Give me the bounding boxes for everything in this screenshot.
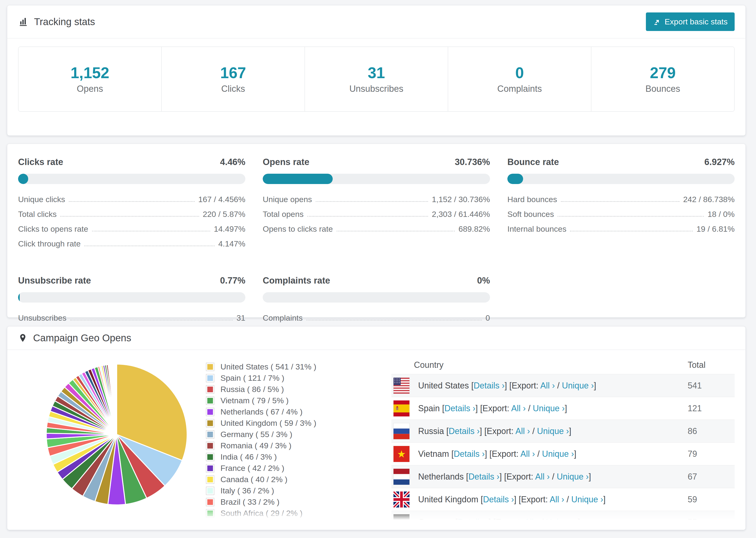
- rate-row-label: Internal bounces: [507, 224, 566, 234]
- rate-row-value: 19 / 6.81%: [696, 224, 735, 234]
- country-column-header: Country: [391, 360, 688, 370]
- table-row: United Kingdom [Details ›] [Export: All …: [391, 488, 735, 511]
- country-flag-ru: [393, 423, 410, 439]
- legend-label: United Kingdom ( 59 / 3% ): [220, 418, 316, 428]
- legend-label: Italy ( 36 / 2% ): [220, 486, 274, 495]
- dotted-leader: [561, 201, 679, 202]
- stat-value: 279: [650, 64, 676, 81]
- export-unique-link[interactable]: Unique ›: [533, 404, 565, 413]
- legend-swatch: [206, 363, 214, 371]
- country-flag-nl: [393, 468, 410, 485]
- rate-panel: Complaints rate0%Complaints0: [263, 276, 490, 328]
- stat-value: 31: [368, 64, 385, 81]
- rate-rows: Complaints0: [263, 313, 490, 323]
- legend-item: India ( 46 / 3% ): [206, 452, 365, 461]
- export-all-link[interactable]: All ›: [550, 495, 564, 504]
- legend-label: Brazil ( 33 / 2% ): [220, 497, 279, 507]
- export-unique-link[interactable]: Unique ›: [542, 449, 574, 459]
- export-basic-stats-button[interactable]: Export basic stats: [646, 13, 735, 31]
- legend-swatch: [206, 374, 214, 382]
- legend-swatch: [206, 509, 214, 517]
- rate-rows: Unique clicks167 / 4.456%Total clicks220…: [18, 195, 245, 248]
- rate-title: Unsubscribe rate: [18, 276, 91, 286]
- export-all-link[interactable]: All ›: [540, 381, 555, 390]
- rate-row: Internal bounces19 / 6.81%: [507, 224, 735, 234]
- geo-content: United States ( 541 / 31% )Spain ( 121 /…: [7, 350, 745, 530]
- stat-box: 1,152Opens: [19, 47, 162, 111]
- export-all-link[interactable]: All ›: [524, 517, 539, 527]
- campaign-geo-opens-card: Campaign Geo Opens United States ( 541 /…: [7, 326, 746, 530]
- export-unique-link[interactable]: Unique ›: [562, 381, 594, 390]
- details-link[interactable]: Details ›: [483, 495, 514, 504]
- export-all-link[interactable]: All ›: [515, 426, 530, 436]
- export-unique-link[interactable]: Unique ›: [546, 517, 578, 527]
- country-flag-de: [393, 514, 410, 530]
- dotted-leader: [84, 245, 214, 246]
- rate-row: Soft bounces18 / 0%: [507, 210, 735, 219]
- table-row: United States [Details ›] [Export: All ›…: [391, 374, 735, 397]
- rate-progress-fill: [507, 174, 523, 184]
- export-unique-link[interactable]: Unique ›: [571, 495, 603, 504]
- rate-progress-track: [507, 174, 735, 184]
- table-row: Netherlands [Details ›] [Export: All › /…: [391, 465, 735, 488]
- rate-row-label: Unique opens: [263, 195, 312, 204]
- rate-row-value: 0: [486, 313, 490, 323]
- details-link[interactable]: Details ›: [458, 517, 489, 527]
- dotted-leader: [570, 231, 693, 232]
- bar-chart-icon: [18, 17, 28, 27]
- table-row: Spain [Details ›] [Export: All › / Uniqu…: [391, 397, 735, 419]
- details-link[interactable]: Details ›: [454, 449, 485, 459]
- geo-title-text: Campaign Geo Opens: [33, 332, 131, 344]
- export-all-link[interactable]: All ›: [535, 472, 550, 481]
- rate-panel: Bounce rate6.927%Hard bounces242 / 86.73…: [507, 157, 735, 254]
- legend-item: Italy ( 36 / 2% ): [206, 486, 365, 495]
- rate-row-value: 18 / 0%: [708, 210, 735, 219]
- rate-row-label: Total clicks: [18, 210, 57, 219]
- country-links-text: United Kingdom [Details ›] [Export: All …: [418, 495, 606, 505]
- country-links-text: Russia [Details ›] [Export: All › / Uniq…: [418, 426, 571, 436]
- details-link[interactable]: Details ›: [445, 404, 475, 413]
- total-cell: 121: [688, 404, 735, 413]
- rate-row-label: Clicks to opens rate: [18, 224, 88, 234]
- tracking-stats-card: Tracking stats Export basic stats 1,152O…: [7, 5, 746, 136]
- summary-stats-row: 1,152Opens167Clicks31Unsubscribes0Compla…: [18, 46, 735, 112]
- rate-title: Complaints rate: [263, 276, 330, 286]
- export-unique-link[interactable]: Unique ›: [557, 472, 589, 481]
- rate-progress-track: [263, 292, 490, 302]
- rate-row-label: Complaints: [263, 313, 303, 323]
- legend-swatch: [206, 442, 214, 450]
- details-link[interactable]: Details ›: [449, 426, 480, 436]
- total-cell: 541: [688, 381, 735, 391]
- rate-row-value: 31: [237, 313, 245, 323]
- legend-item: Vietnam ( 79 / 5% ): [206, 396, 365, 405]
- legend-label: Vietnam ( 79 / 5% ): [220, 396, 289, 405]
- export-icon: [653, 18, 661, 26]
- country-cell: Russia [Details ›] [Export: All › / Uniq…: [391, 423, 688, 439]
- rate-value: 4.46%: [220, 157, 245, 167]
- dotted-leader: [69, 201, 194, 202]
- stat-value: 167: [220, 64, 246, 81]
- rate-panel: Opens rate30.736%Unique opens1,152 / 30.…: [263, 157, 490, 254]
- export-all-link[interactable]: All ›: [520, 449, 535, 459]
- country-cell: Vietnam [Details ›] [Export: All › / Uni…: [391, 446, 688, 462]
- rate-value: 0%: [477, 276, 490, 286]
- rate-row: Total opens2,303 / 61.446%: [263, 210, 490, 219]
- table-row: Germany [Details ›] [Export: All › / Uni…: [391, 511, 735, 530]
- export-unique-link[interactable]: Unique ›: [537, 426, 569, 436]
- dotted-leader: [558, 216, 704, 217]
- rate-rows: Hard bounces242 / 86.738%Soft bounces18 …: [507, 195, 735, 234]
- legend-label: Russia ( 86 / 5% ): [220, 385, 284, 394]
- legend-label: France ( 42 / 2% ): [220, 463, 284, 473]
- dotted-leader: [307, 216, 428, 217]
- rate-row-value: 220 / 5.87%: [203, 210, 245, 219]
- rate-row-label: Opens to clicks rate: [263, 224, 333, 234]
- details-link[interactable]: Details ›: [473, 381, 505, 390]
- rate-rows: Unsubscribes31: [18, 313, 245, 323]
- country-flag-us: [393, 377, 410, 394]
- legend-item: Netherlands ( 67 / 4% ): [206, 407, 365, 416]
- export-all-link[interactable]: All ›: [511, 404, 526, 413]
- details-link[interactable]: Details ›: [468, 472, 499, 481]
- geo-pie-legend: United States ( 541 / 31% )Spain ( 121 /…: [206, 356, 365, 530]
- country-cell: Netherlands [Details ›] [Export: All › /…: [391, 468, 688, 485]
- total-column-header: Total: [688, 360, 735, 370]
